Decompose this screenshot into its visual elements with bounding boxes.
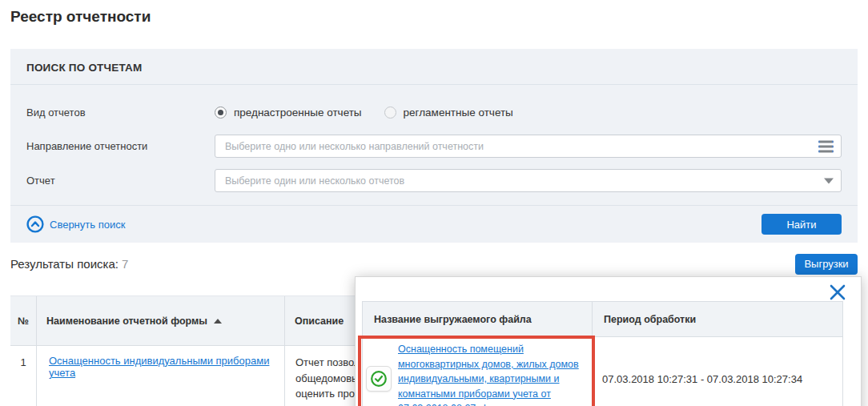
search-panel-title: ПОИСК ПО ОТЧЕТАМ: [10, 49, 858, 85]
file-cell: Оснащенность помещений многоквартирных д…: [362, 337, 593, 406]
download-file-link[interactable]: Оснащенность помещений многоквартирных д…: [398, 342, 587, 406]
results-label: Результаты поиска:: [10, 257, 119, 271]
search-panel: ПОИСК ПО ОТЧЕТАМ Вид отчетов преднастрое…: [10, 49, 858, 243]
downloads-button[interactable]: Выгрузки: [795, 254, 858, 275]
downloads-table-row: Оснащенность помещений многоквартирных д…: [362, 337, 843, 406]
collapse-search-label: Свернуть поиск: [50, 219, 125, 231]
column-header-file-name: Название выгружаемого файла: [362, 301, 593, 337]
direction-input[interactable]: [215, 135, 842, 158]
radio-label: регламентные отчеты: [404, 107, 513, 119]
column-header-period: Период обработки: [593, 301, 843, 337]
radio-checked-icon[interactable]: [215, 107, 227, 119]
success-check-icon[interactable]: [366, 366, 392, 392]
report-row: Отчет: [26, 169, 842, 192]
search-form: Вид отчетов преднастроенные отчеты регла…: [10, 85, 858, 205]
results-bar: Результаты поиска: 7 Выгрузки: [10, 253, 858, 275]
radio-label: преднастроенные отчеты: [234, 107, 362, 119]
direction-label: Направление отчетности: [26, 140, 215, 152]
page-title: Реестр отчетности: [10, 0, 858, 26]
report-label: Отчет: [26, 175, 215, 187]
report-type-row: Вид отчетов преднастроенные отчеты регла…: [26, 101, 842, 123]
sort-asc-icon[interactable]: [214, 319, 222, 324]
row-number: 1: [10, 346, 36, 406]
report-type-radio-group: преднастроенные отчеты регламентные отче…: [215, 107, 842, 119]
radio-unchecked-icon[interactable]: [384, 107, 396, 119]
processing-period: 07.03.2018 10:27:31 - 07.03.2018 10:27:3…: [593, 337, 843, 406]
downloads-table-header: Название выгружаемого файла Период обраб…: [362, 301, 843, 337]
search-panel-footer: Свернуть поиск Найти: [10, 205, 858, 243]
downloads-table: Название выгружаемого файла Период обраб…: [362, 301, 843, 406]
dropdown-arrow-icon[interactable]: [824, 178, 834, 183]
reports-registry-page: Реестр отчетности ПОИСК ПО ОТЧЕТАМ Вид о…: [0, 0, 868, 406]
column-header-name[interactable]: Наименование отчетной формы: [36, 296, 284, 345]
collapse-circle-up-icon: [26, 215, 44, 233]
menu-icon[interactable]: [818, 140, 834, 152]
radio-preconfigured-reports[interactable]: преднастроенные отчеты: [215, 107, 362, 119]
report-form-link[interactable]: Оснащенность индивидуальными приборами у…: [49, 355, 269, 379]
results-count: 7: [122, 257, 128, 271]
column-header-num: №: [10, 296, 36, 345]
collapse-search-link[interactable]: Свернуть поиск: [26, 215, 125, 233]
radio-regulated-reports[interactable]: регламентные отчеты: [384, 107, 513, 119]
find-button[interactable]: Найти: [762, 214, 842, 235]
close-icon[interactable]: [827, 282, 848, 303]
direction-row: Направление отчетности: [26, 135, 842, 158]
downloads-popup: Название выгружаемого файла Период обраб…: [355, 276, 862, 406]
report-input[interactable]: [215, 169, 842, 192]
results-title: Результаты поиска: 7: [10, 257, 128, 271]
report-type-label: Вид отчетов: [26, 107, 215, 119]
